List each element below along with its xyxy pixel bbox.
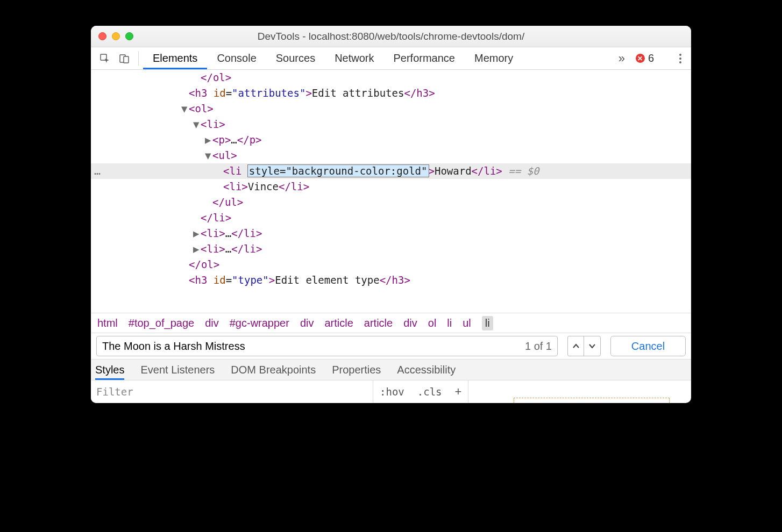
styles-filter-input[interactable] [91, 380, 373, 403]
box-model-margin-preview [514, 398, 670, 403]
zoom-window-button[interactable] [125, 32, 133, 40]
subtab-accessibility[interactable]: Accessibility [397, 360, 456, 380]
breadcrumb-item[interactable]: ol [428, 317, 437, 329]
breadcrumb-item[interactable]: div [300, 317, 314, 329]
styles-toolbar: :hov .cls + [91, 380, 691, 403]
dom-node[interactable]: …<li style="background-color:gold">Howar… [91, 163, 691, 179]
device-toolbar-icon[interactable] [115, 47, 134, 69]
tab-memory[interactable]: Memory [465, 47, 523, 69]
dom-node[interactable]: ▶<li>…</li> [91, 226, 691, 241]
tab-sources[interactable]: Sources [266, 47, 325, 69]
search-next-button[interactable] [584, 336, 600, 356]
styles-subtabs: StylesEvent ListenersDOM BreakpointsProp… [91, 359, 691, 380]
traffic-lights [91, 32, 133, 40]
breadcrumb-item[interactable]: li [447, 317, 452, 329]
disclosure-triangle-icon[interactable]: ▶ [193, 241, 201, 257]
subtab-properties[interactable]: Properties [332, 360, 381, 380]
elements-dom-tree[interactable]: ▶<li>…</li></ol><h3 id="attributes">Edit… [91, 70, 691, 313]
window-titlebar: DevTools - localhost:8080/web/tools/chro… [91, 26, 691, 47]
settings-menu-icon[interactable] [676, 54, 685, 63]
search-result-count: 1 of 1 [525, 340, 555, 353]
error-count-badge[interactable]: ✕ 6 [636, 52, 654, 64]
dom-node[interactable]: ▶<li>…</li> [91, 241, 691, 257]
dom-node[interactable]: <li>Vince</li> [91, 179, 691, 195]
minimize-window-button[interactable] [112, 32, 120, 40]
toggle-cls-button[interactable]: .cls [411, 380, 449, 403]
svg-rect-2 [124, 56, 129, 63]
disclosure-triangle-icon[interactable]: ▼ [181, 101, 189, 117]
search-field-container: 1 of 1 [96, 336, 558, 356]
dom-node[interactable]: <h3 id="attributes">Edit attributes</h3> [91, 85, 691, 101]
dom-node[interactable]: </li> [91, 210, 691, 226]
tab-console[interactable]: Console [207, 47, 266, 69]
devtools-toolbar: ElementsConsoleSourcesNetworkPerformance… [91, 47, 691, 70]
cancel-button[interactable]: Cancel [610, 336, 686, 356]
devtools-window: DevTools - localhost:8080/web/tools/chro… [91, 26, 691, 403]
search-nav-buttons [567, 336, 601, 356]
dom-node[interactable]: <h3 id="type">Edit element type</h3> [91, 272, 691, 288]
error-icon: ✕ [636, 54, 645, 63]
toggle-hov-button[interactable]: :hov [373, 380, 411, 403]
breadcrumb-item[interactable]: div [403, 317, 417, 329]
toolbar-separator [138, 51, 139, 66]
close-window-button[interactable] [98, 32, 106, 40]
attribute-edit-box[interactable]: style="background-color:gold" [248, 165, 429, 177]
dom-node[interactable]: ▼<ol> [91, 101, 691, 117]
breadcrumb-item[interactable]: #top_of_page [129, 317, 194, 329]
breadcrumb-item[interactable]: li [482, 316, 493, 330]
dom-node[interactable]: ▼<ul> [91, 148, 691, 163]
subtab-styles[interactable]: Styles [95, 360, 124, 380]
tab-elements[interactable]: Elements [143, 47, 207, 69]
dom-breadcrumb: html#top_of_pagediv#gc-wrapperdivarticle… [91, 313, 691, 333]
dom-node[interactable]: </ol> [91, 70, 691, 85]
breadcrumb-item[interactable]: article [364, 317, 393, 329]
collapsed-indicator-icon: … [94, 163, 101, 179]
breadcrumb-item[interactable]: div [205, 317, 219, 329]
subtab-event-listeners[interactable]: Event Listeners [140, 360, 215, 380]
dom-node[interactable]: </ol> [91, 257, 691, 272]
error-count: 6 [648, 52, 654, 64]
search-prev-button[interactable] [568, 336, 584, 356]
breadcrumb-item[interactable]: #gc-wrapper [230, 317, 289, 329]
new-style-rule-button[interactable]: + [449, 380, 469, 403]
subtab-dom-breakpoints[interactable]: DOM Breakpoints [231, 360, 316, 380]
panel-tabs: ElementsConsoleSourcesNetworkPerformance… [143, 47, 614, 69]
search-input[interactable] [102, 340, 525, 353]
overflow-tabs-icon[interactable]: » [614, 52, 629, 66]
tab-network[interactable]: Network [325, 47, 383, 69]
dom-node[interactable]: </ul> [91, 195, 691, 210]
search-bar: 1 of 1 Cancel [91, 333, 691, 359]
disclosure-triangle-icon[interactable]: ▶ [193, 226, 201, 241]
disclosure-triangle-icon[interactable]: ▼ [193, 117, 201, 132]
window-title: DevTools - localhost:8080/web/tools/chro… [91, 31, 691, 42]
breadcrumb-item[interactable]: article [324, 317, 353, 329]
styles-preview-area [468, 380, 691, 403]
dom-node[interactable]: ▼<li> [91, 117, 691, 132]
tab-performance[interactable]: Performance [384, 47, 465, 69]
breadcrumb-item[interactable]: ul [463, 317, 471, 329]
breadcrumb-item[interactable]: html [97, 317, 118, 329]
disclosure-triangle-icon[interactable]: ▼ [205, 148, 212, 163]
inspect-element-icon[interactable] [95, 47, 115, 69]
dom-node[interactable]: ▶<p>…</p> [91, 132, 691, 148]
disclosure-triangle-icon[interactable]: ▶ [205, 132, 212, 148]
